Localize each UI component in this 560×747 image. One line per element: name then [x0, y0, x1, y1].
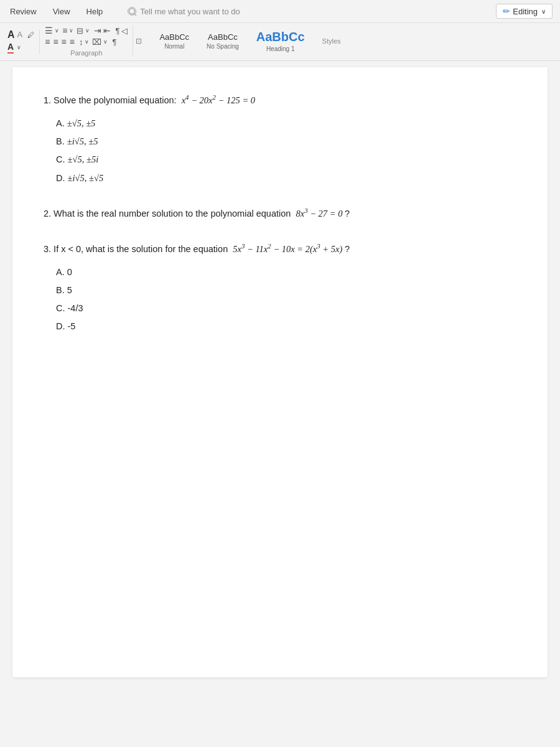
align-left-icon[interactable]: ≡: [45, 37, 50, 47]
style-nospacing-text: AaBbCc: [208, 32, 238, 42]
line-spacing-icon[interactable]: ↕: [79, 37, 83, 47]
chevron-shading[interactable]: ∨: [103, 39, 108, 45]
ribbon-menu-list: Review View Help: [7, 6, 105, 17]
indent-decrease-icon[interactable]: ⇤: [103, 26, 111, 35]
menu-item-review[interactable]: Review: [7, 6, 39, 17]
align-center-icon[interactable]: ≡: [53, 37, 58, 47]
question-2-text: 2. What is the real number solution to t…: [44, 205, 516, 221]
q3-option-b: B. 5: [56, 283, 516, 298]
underline-a-button[interactable]: A: [7, 42, 14, 54]
shading-icon[interactable]: ⌧: [92, 37, 101, 47]
search-box: Tell me what you want to do: [128, 7, 240, 16]
pencil-icon: ✏: [503, 6, 510, 16]
q1-option-c: C. ±√5, ±5i: [56, 153, 516, 167]
para-row-1: ☰ ∨ ≡ ∨ ⊟ ∨ ⇥ ⇤ ¶ ◁: [45, 26, 128, 35]
style-heading1[interactable]: AaBbCc Heading 1: [251, 29, 310, 54]
menu-item-help[interactable]: Help: [84, 6, 106, 17]
list-icon-1[interactable]: ☰: [45, 26, 53, 35]
style-nospacing-label: No Spacing: [207, 43, 239, 50]
paragraph-label: Paragraph: [45, 49, 128, 57]
q3-option-c: C. -4/3: [56, 301, 516, 316]
question-2: 2. What is the real number solution to t…: [44, 205, 516, 221]
svg-line-1: [134, 14, 137, 16]
list-icon-2[interactable]: ≡: [62, 26, 67, 35]
q1-option-b: B. ±i√5, ±5: [56, 134, 516, 149]
styles-group: Styles AaBbCc Normal AaBbCc No Spacing A…: [144, 29, 350, 54]
svg-point-0: [129, 9, 135, 14]
question-3-text: 3. If x < 0, what is the solution for th…: [44, 241, 516, 256]
ribbon-top-bar: Review View Help Tell me what you want t…: [0, 0, 560, 23]
font-eraser-icon[interactable]: 🖊: [27, 31, 34, 39]
q3-equation: 5x3 − 11x2 − 10x = 2(x3 + 5x): [233, 244, 345, 254]
para-row-2: ≡ ≡ ≡ ≡ ↕ ∨ ⌧ ∨ ¶: [45, 37, 128, 47]
ribbon: Review View Help Tell me what you want t…: [0, 0, 560, 61]
chevron-spacing[interactable]: ∨: [85, 39, 89, 45]
align-justify-icon[interactable]: ≡: [70, 37, 75, 47]
q2-equation: 8x3 − 27 = 0: [296, 209, 345, 218]
editing-button[interactable]: ✏ Editing ∨: [496, 4, 553, 19]
chevron-down-icon: ∨: [541, 8, 546, 15]
font-A-large[interactable]: A: [7, 29, 15, 40]
style-heading1-label: Heading 1: [266, 45, 295, 52]
q1-equation: x4 − 20x2 − 125 = 0: [182, 95, 255, 105]
font-row-2: A ∨: [7, 42, 34, 54]
q3-option-d: D. -5: [56, 319, 516, 334]
styles-section-label: Styles: [322, 37, 341, 45]
list-icon-3[interactable]: ⊟: [77, 26, 83, 35]
q1-option-a: A. ±√5, ±5: [56, 116, 516, 131]
q1-option-d: D. ±i√5, ±√5: [56, 171, 516, 186]
q3-option-a: A. 0: [56, 265, 516, 280]
pilcrow-icon-1[interactable]: ¶: [115, 26, 119, 35]
search-icon: [128, 7, 136, 16]
style-normal-text: AaBbCc: [159, 32, 189, 42]
font-row-1: A A 🖊: [7, 29, 34, 40]
style-no-spacing[interactable]: AaBbCc No Spacing: [202, 31, 244, 51]
font-A-small[interactable]: A: [17, 30, 23, 39]
font-group: A A 🖊 A ∨: [7, 29, 40, 54]
menu-item-view[interactable]: View: [50, 6, 73, 17]
pilcrow-icon-2[interactable]: ¶: [112, 37, 116, 47]
search-label: Tell me what you want to do: [140, 7, 240, 16]
document-content: 1. Solve the polynomial equation: x4 − 2…: [12, 67, 548, 677]
chevron-down-icon-2[interactable]: ∨: [17, 44, 21, 50]
style-normal[interactable]: AaBbCc Normal: [154, 31, 194, 51]
align-right-icon[interactable]: ≡: [62, 37, 67, 47]
question-1-text: 1. Solve the polynomial equation: x4 − 2…: [44, 92, 516, 108]
style-normal-label: Normal: [164, 43, 184, 50]
paragraph-group: ☰ ∨ ≡ ∨ ⊟ ∨ ⇥ ⇤ ¶ ◁ ≡ ≡ ≡ ≡ ↕ ∨ ⌧ ∨ ¶: [40, 26, 133, 57]
styles-expand-icon[interactable]: ⊡: [133, 37, 144, 45]
arrow-left-icon[interactable]: ◁: [121, 26, 128, 35]
style-heading1-text: AaBbCc: [256, 30, 305, 44]
chevron-list2[interactable]: ∨: [69, 27, 73, 34]
indent-increase-icon[interactable]: ⇥: [94, 26, 101, 35]
editing-label: Editing: [513, 7, 538, 16]
ribbon-toolbar: A A 🖊 A ∨ ☰ ∨ ≡ ∨ ⊟ ∨ ⇥: [0, 23, 560, 60]
chevron-list3[interactable]: ∨: [85, 27, 90, 34]
chevron-list1[interactable]: ∨: [55, 27, 59, 34]
question-3: 3. If x < 0, what is the solution for th…: [44, 241, 516, 334]
question-1: 1. Solve the polynomial equation: x4 − 2…: [44, 92, 516, 186]
